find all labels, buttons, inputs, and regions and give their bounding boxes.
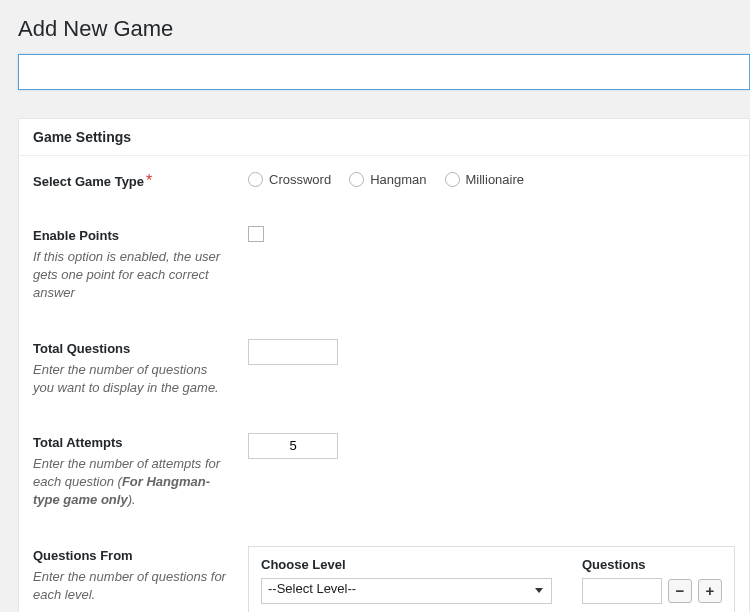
add-level-button[interactable]: + bbox=[698, 579, 722, 603]
enable-points-desc: If this option is enabled, the user gets… bbox=[33, 248, 228, 303]
field-questions-from: Questions From Enter the number of quest… bbox=[19, 518, 749, 613]
select-value: --Select Level-- bbox=[268, 581, 356, 596]
radio-label: Crossword bbox=[269, 172, 331, 187]
remove-level-button[interactable]: − bbox=[668, 579, 692, 603]
enable-points-checkbox[interactable] bbox=[248, 226, 264, 242]
choose-level-label: Choose Level bbox=[261, 557, 552, 572]
required-indicator: * bbox=[146, 172, 152, 189]
radio-circle-icon bbox=[445, 172, 460, 187]
field-enable-points: Enable Points If this option is enabled,… bbox=[19, 198, 749, 311]
game-settings-panel: Game Settings Select Game Type* Crosswor… bbox=[18, 118, 750, 612]
game-type-radio-group: Crossword Hangman Millionaire bbox=[248, 172, 735, 187]
radio-millionaire[interactable]: Millionaire bbox=[445, 172, 525, 187]
radio-hangman[interactable]: Hangman bbox=[349, 172, 426, 187]
total-attempts-desc: Enter the number of attempts for each qu… bbox=[33, 455, 228, 510]
questions-count-input[interactable] bbox=[582, 578, 662, 604]
questions-from-box: Choose Level --Select Level-- Questions … bbox=[248, 546, 735, 613]
game-title-input[interactable] bbox=[18, 54, 750, 90]
total-attempts-label: Total Attempts bbox=[33, 435, 123, 450]
questions-count-label: Questions bbox=[582, 557, 722, 572]
total-questions-input[interactable] bbox=[248, 339, 338, 365]
page-title: Add New Game bbox=[0, 0, 750, 54]
choose-level-select[interactable]: --Select Level-- bbox=[261, 578, 552, 604]
questions-from-label: Questions From bbox=[33, 548, 133, 563]
enable-points-label: Enable Points bbox=[33, 228, 119, 243]
field-game-type: Select Game Type* Crossword Hangman Mill… bbox=[19, 156, 749, 198]
total-questions-desc: Enter the number of questions you want t… bbox=[33, 361, 228, 397]
radio-circle-icon bbox=[248, 172, 263, 187]
radio-label: Hangman bbox=[370, 172, 426, 187]
radio-label: Millionaire bbox=[466, 172, 525, 187]
radio-circle-icon bbox=[349, 172, 364, 187]
questions-from-desc: Enter the number of questions for each l… bbox=[33, 568, 228, 604]
radio-crossword[interactable]: Crossword bbox=[248, 172, 331, 187]
field-total-attempts: Total Attempts Enter the number of attem… bbox=[19, 405, 749, 518]
total-questions-label: Total Questions bbox=[33, 341, 130, 356]
panel-header: Game Settings bbox=[19, 119, 749, 156]
chevron-down-icon bbox=[535, 588, 543, 593]
game-type-label: Select Game Type bbox=[33, 174, 144, 189]
total-attempts-input[interactable] bbox=[248, 433, 338, 459]
field-total-questions: Total Questions Enter the number of ques… bbox=[19, 311, 749, 405]
